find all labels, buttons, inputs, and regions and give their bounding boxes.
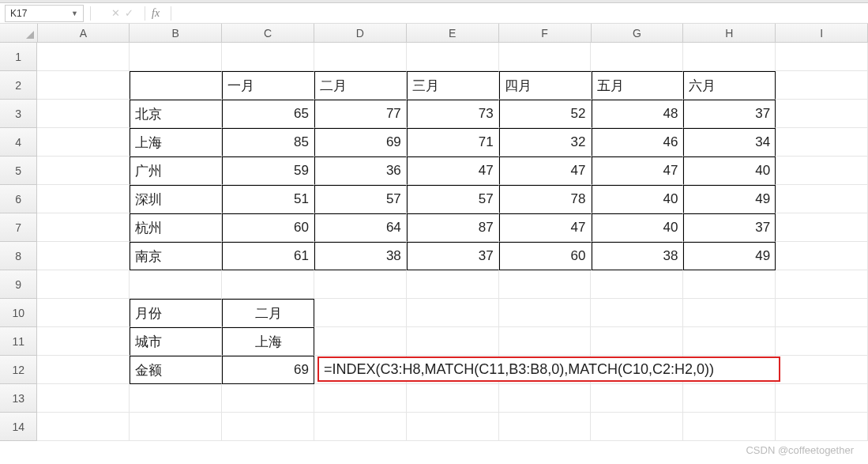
cell[interactable]: 北京: [130, 100, 222, 128]
chevron-down-icon[interactable]: ▼: [71, 9, 78, 17]
col-header-D[interactable]: D: [314, 24, 407, 43]
select-all-corner[interactable]: [0, 24, 38, 43]
cell[interactable]: [776, 213, 868, 242]
cell[interactable]: [591, 270, 683, 299]
cell[interactable]: 三月: [407, 71, 499, 100]
cell[interactable]: [776, 71, 868, 100]
cell[interactable]: [407, 299, 499, 327]
cell[interactable]: 64: [314, 213, 407, 242]
col-header-H[interactable]: H: [683, 24, 776, 43]
cell[interactable]: [776, 327, 868, 356]
cell[interactable]: [222, 270, 314, 299]
cell[interactable]: 37: [683, 213, 776, 242]
cell[interactable]: [37, 356, 130, 384]
cell[interactable]: 四月: [499, 71, 592, 100]
cell[interactable]: [314, 43, 407, 71]
cell[interactable]: [37, 157, 130, 185]
cell[interactable]: [222, 384, 314, 413]
cell[interactable]: [499, 327, 592, 356]
cell[interactable]: [776, 128, 868, 157]
cell[interactable]: [314, 299, 407, 327]
cell[interactable]: [776, 43, 868, 71]
cell[interactable]: 40: [592, 185, 684, 213]
row-header[interactable]: 1: [0, 43, 37, 71]
cell[interactable]: 47: [407, 157, 499, 185]
cell[interactable]: [776, 100, 868, 128]
cell[interactable]: 71: [407, 128, 499, 157]
cell[interactable]: [591, 384, 683, 413]
cell[interactable]: 69: [314, 128, 407, 157]
cell[interactable]: 32: [499, 128, 592, 157]
cell[interactable]: 85: [222, 128, 314, 157]
cell[interactable]: 51: [222, 185, 314, 213]
cell[interactable]: [776, 384, 868, 413]
cell[interactable]: [776, 356, 868, 384]
cell[interactable]: [776, 185, 868, 213]
cell[interactable]: [776, 413, 868, 441]
cell[interactable]: 一月: [222, 71, 314, 100]
cell[interactable]: 金额: [130, 356, 222, 384]
cell[interactable]: [683, 270, 776, 299]
cell[interactable]: [591, 413, 683, 441]
cell[interactable]: [37, 128, 130, 157]
cell[interactable]: [37, 270, 130, 299]
cell[interactable]: [407, 43, 499, 71]
row-header[interactable]: 2: [0, 71, 37, 100]
cell[interactable]: [222, 413, 314, 441]
cell[interactable]: 69: [222, 356, 314, 384]
cell[interactable]: [683, 43, 776, 71]
cell[interactable]: 杭州: [130, 213, 222, 242]
col-header-I[interactable]: I: [776, 24, 868, 43]
cell[interactable]: 49: [683, 242, 776, 270]
cell[interactable]: 47: [592, 157, 684, 185]
cell[interactable]: [407, 384, 499, 413]
cell[interactable]: 61: [222, 242, 314, 270]
cell[interactable]: 40: [683, 157, 776, 185]
cell[interactable]: [683, 299, 776, 327]
cell[interactable]: 57: [407, 185, 499, 213]
cell[interactable]: 上海: [130, 128, 222, 157]
cell[interactable]: 60: [222, 213, 314, 242]
row-header[interactable]: 7: [0, 213, 37, 242]
cell[interactable]: [407, 327, 499, 356]
row-header[interactable]: 9: [0, 270, 37, 299]
cell[interactable]: [314, 327, 407, 356]
cell[interactable]: 48: [592, 100, 684, 128]
cell[interactable]: 五月: [592, 71, 684, 100]
row-header[interactable]: 5: [0, 157, 37, 185]
row-header[interactable]: 3: [0, 100, 37, 128]
cell[interactable]: 37: [407, 242, 499, 270]
cell[interactable]: [37, 413, 130, 441]
cell[interactable]: 52: [499, 100, 592, 128]
cell[interactable]: [591, 327, 683, 356]
cell[interactable]: 46: [592, 128, 684, 157]
cell[interactable]: [37, 299, 130, 327]
cell[interactable]: 38: [592, 242, 684, 270]
cell[interactable]: [776, 270, 868, 299]
cell[interactable]: 二月: [314, 71, 407, 100]
cell[interactable]: [591, 299, 683, 327]
cell[interactable]: [499, 270, 592, 299]
cell[interactable]: 38: [314, 242, 407, 270]
cell[interactable]: [591, 43, 683, 71]
cell[interactable]: 二月: [222, 299, 314, 327]
cell[interactable]: 47: [499, 157, 592, 185]
cell[interactable]: 城市: [130, 327, 222, 356]
col-header-B[interactable]: B: [130, 24, 222, 43]
cell[interactable]: 87: [407, 213, 499, 242]
cell[interactable]: [130, 384, 222, 413]
cell[interactable]: [37, 71, 130, 100]
cell[interactable]: 广州: [130, 157, 222, 185]
cell[interactable]: [499, 299, 592, 327]
cell[interactable]: [37, 100, 130, 128]
cell[interactable]: [407, 270, 499, 299]
row-header[interactable]: 12: [0, 356, 37, 384]
cell[interactable]: 57: [314, 185, 407, 213]
formula-input[interactable]: [178, 5, 868, 22]
cell[interactable]: 月份: [130, 299, 222, 327]
cell[interactable]: 36: [314, 157, 407, 185]
cell[interactable]: 34: [683, 128, 776, 157]
col-header-E[interactable]: E: [407, 24, 499, 43]
row-header[interactable]: 11: [0, 327, 37, 356]
cell[interactable]: [683, 384, 776, 413]
